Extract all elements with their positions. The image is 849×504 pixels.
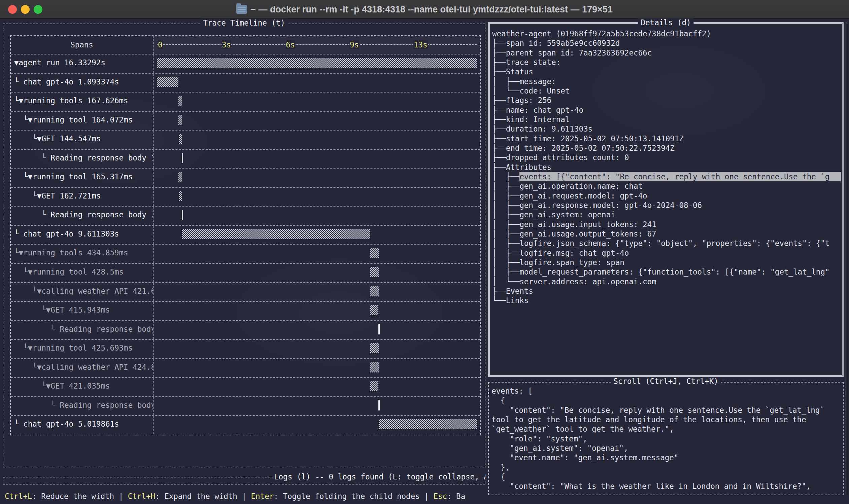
- detail-line-prefix: │ ├──: [492, 172, 519, 181]
- spans-table-header: Spans 03s6s9s13s: [11, 36, 480, 54]
- detail-line[interactable]: │ ├──logfire.span_type: span: [492, 258, 841, 267]
- scroll-line: "gen_ai.system": "openai",: [492, 444, 842, 453]
- right-edge-border: [846, 22, 848, 495]
- span-row[interactable]: └ chat gpt-4o 9.611303s: [11, 225, 480, 244]
- spans-table: Spans 03s6s9s13s ▼agent run 16.33292s└ c…: [10, 35, 481, 435]
- span-duration-bar: [370, 286, 379, 296]
- detail-line[interactable]: ├──duration: 9.611303s: [492, 124, 841, 133]
- span-duration-bar: [370, 305, 378, 315]
- scroll-panel-title: Scroll (Ctrl+J, Ctrl+K): [611, 377, 721, 385]
- span-label: ▼agent run 16.33292s: [11, 54, 154, 73]
- selected-attribute[interactable]: events: [{"content": "Be concise, reply …: [519, 172, 841, 181]
- span-row[interactable]: └▼running tools 434.859ms: [11, 244, 480, 263]
- span-duration-bar: [179, 191, 182, 201]
- detail-line[interactable]: │ └──server.address: api.openai.com: [492, 277, 841, 286]
- detail-line[interactable]: │ └──code: Unset: [492, 86, 841, 95]
- span-bar-cell: [154, 112, 480, 130]
- span-row[interactable]: └▼calling weather API 421.61: [11, 282, 480, 302]
- detail-line[interactable]: ├──Attributes: [492, 162, 841, 172]
- detail-line[interactable]: ├──parent span id: 7aa32363692ec66c: [492, 48, 841, 57]
- logs-panel[interactable]: Logs (l) -- 0 logs found (L: toggle coll…: [3, 477, 485, 485]
- span-row[interactable]: └ chat gpt-4o 5.019861s: [11, 415, 480, 434]
- span-label: └▼calling weather API 421.61: [11, 283, 154, 302]
- scroll-line: tool to get the latitude and longitude o…: [492, 415, 842, 424]
- span-duration-bar: [370, 381, 378, 391]
- detail-line[interactable]: weather-agent (01968ff972a5b53cede738dc9…: [492, 29, 841, 38]
- detail-line[interactable]: │ ├──gen_ai.usage.input_tokens: 241: [492, 220, 841, 229]
- trace-timeline-title: Trace Timeline (t): [200, 18, 288, 27]
- span-row[interactable]: └ Reading response body 727: [11, 206, 480, 225]
- span-row[interactable]: ▼agent run 16.33292s: [11, 54, 480, 73]
- span-row[interactable]: └▼calling weather API 424.86: [11, 358, 480, 378]
- span-row[interactable]: └▼running tool 164.072ms: [11, 111, 480, 130]
- span-label: └▼GET 144.547ms: [11, 130, 154, 149]
- span-row[interactable]: └▼GET 144.547ms: [11, 130, 480, 149]
- span-bar-cell: [154, 283, 480, 302]
- scroll-line: "role": "system",: [492, 434, 842, 444]
- span-bar-cell: [154, 378, 480, 396]
- span-bar-cell: [154, 74, 480, 92]
- span-bar-cell: [154, 245, 480, 263]
- detail-line[interactable]: ├──Events: [492, 286, 841, 296]
- span-label: └ Reading response body 2.: [11, 321, 154, 340]
- detail-line[interactable]: │ ├──logfire.json_schema: {"type": "obje…: [492, 238, 841, 248]
- span-label: └▼running tools 167.626ms: [11, 92, 154, 111]
- scroll-line: },: [492, 463, 842, 472]
- span-row[interactable]: └ Reading response body 1.: [11, 396, 480, 415]
- span-duration-bar: [182, 229, 370, 239]
- span-row[interactable]: └ chat gpt-4o 1.093374s: [11, 73, 480, 92]
- span-bar-cell: [154, 54, 480, 73]
- detail-line[interactable]: │ ├──model_request_parameters: {"functio…: [492, 267, 841, 276]
- span-row[interactable]: └▼GET 421.035ms: [11, 377, 480, 396]
- detail-line[interactable]: │ ├──logfire.msg: chat gpt-4o: [492, 248, 841, 258]
- span-bar-cell: [154, 92, 480, 111]
- span-duration-bar: [178, 115, 182, 125]
- detail-line[interactable]: └──Links: [492, 296, 841, 305]
- detail-line[interactable]: │ ├──gen_ai.request.model: gpt-4o: [492, 191, 841, 200]
- span-bar-cell: [154, 150, 480, 168]
- status-key-hint: Ctrl+H: [128, 492, 155, 501]
- span-row[interactable]: └▼GET 415.943ms: [11, 301, 480, 320]
- axis-tick: 13s: [413, 36, 428, 54]
- span-row[interactable]: └ Reading response body 1.0: [11, 149, 480, 168]
- span-duration-bar: [378, 324, 380, 335]
- span-row[interactable]: └▼running tool 428.5ms: [11, 263, 480, 282]
- span-label: └▼GET 162.721ms: [11, 188, 154, 206]
- detail-line[interactable]: ├──trace state:: [492, 57, 841, 67]
- detail-line[interactable]: │ ├──gen_ai.usage.output_tokens: 67: [492, 229, 841, 238]
- detail-line[interactable]: ├──Status: [492, 67, 841, 76]
- span-row[interactable]: └▼running tools 167.626ms: [11, 92, 480, 111]
- detail-line[interactable]: │ ├──gen_ai.operation.name: chat: [492, 181, 841, 191]
- detail-line[interactable]: ├──start time: 2025-05-02 07:50:13.14109…: [492, 134, 841, 143]
- span-label: └▼GET 421.035ms: [11, 378, 154, 396]
- detail-line[interactable]: ├──span id: 559ab5e9cc60932d: [492, 38, 841, 48]
- span-row[interactable]: └ Reading response body 2.: [11, 320, 480, 340]
- detail-line[interactable]: │ ├──events: [{"content": "Be concise, r…: [492, 172, 841, 181]
- span-label: └▼running tool 164.072ms: [11, 112, 154, 130]
- detail-line[interactable]: ├──flags: 256: [492, 95, 841, 105]
- window-titlebar: ~ — docker run --rm -it -p 4318:4318 --n…: [0, 0, 849, 19]
- details-tree: weather-agent (01968ff972a5b53cede738dc9…: [492, 29, 841, 372]
- detail-line[interactable]: │ ├──gen_ai.system: openai: [492, 210, 841, 219]
- detail-line[interactable]: │ ├──message:: [492, 77, 841, 86]
- detail-line[interactable]: │ ├──gen_ai.response.model: gpt-4o-2024-…: [492, 200, 841, 210]
- span-bar-cell: [154, 188, 480, 206]
- scroll-line: {: [492, 396, 842, 405]
- span-row[interactable]: └▼running tool 425.693ms: [11, 339, 480, 358]
- span-label: └▼GET 415.943ms: [11, 302, 154, 320]
- span-label: └ chat gpt-4o 1.093374s: [11, 74, 154, 92]
- axis-tick: 0: [157, 36, 164, 54]
- span-bar-cell: [154, 130, 480, 149]
- detail-line[interactable]: ├──name: chat gpt-4o: [492, 105, 841, 115]
- spans-column-header: Spans: [11, 36, 154, 54]
- detail-line[interactable]: ├──end time: 2025-05-02 07:50:22.752394Z: [492, 143, 841, 153]
- span-duration-bar: [178, 96, 182, 106]
- span-label: └ Reading response body 1.: [11, 397, 154, 415]
- span-bar-cell: [154, 264, 480, 282]
- span-row[interactable]: └▼GET 162.721ms: [11, 187, 480, 206]
- detail-line[interactable]: ├──dropped attributes count: 0: [492, 153, 841, 162]
- status-key-hint: Enter: [251, 492, 274, 501]
- span-row[interactable]: └▼running tool 165.317ms: [11, 168, 480, 187]
- detail-line[interactable]: ├──kind: Internal: [492, 115, 841, 124]
- status-separator: |: [420, 492, 434, 501]
